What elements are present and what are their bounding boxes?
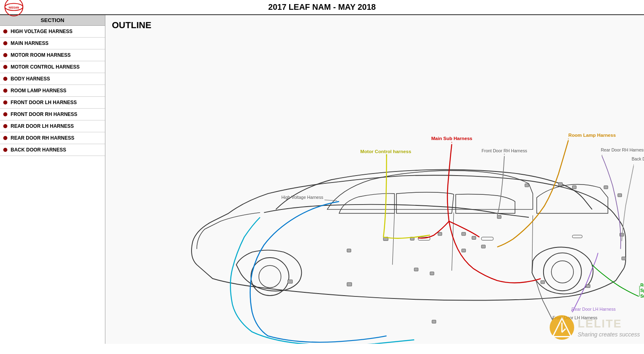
content-area: OUTLINE <box>105 15 644 344</box>
svg-rect-33 <box>472 236 476 240</box>
car-body <box>192 169 626 300</box>
svg-point-7 <box>259 265 281 287</box>
sidebar: SECTION HIGH VOLTAGE HARNESSMAIN HARNESS… <box>0 15 105 344</box>
sidebar-item-room-lamp[interactable]: ROOM LAMP HARNESS <box>0 85 105 97</box>
svg-rect-16 <box>461 249 466 252</box>
connectors <box>288 183 626 323</box>
main-sub-label: Main Sub Harness <box>431 136 472 143</box>
rear-door-rh-harness-wires <box>602 156 621 249</box>
svg-rect-27 <box>430 272 434 275</box>
svg-text:Speed Sensor: Speed Sensor <box>640 288 644 293</box>
sidebar-item-label: ROOM LAMP HARNESS <box>11 88 66 94</box>
sidebar-item-label: REAR DOOR RH HARNESS <box>11 135 74 141</box>
sidebar-item-label: HIGH VOLTAGE HARNESS <box>11 29 73 34</box>
sidebar-item-body[interactable]: BODY HARNESS <box>0 73 105 85</box>
svg-point-9 <box>551 261 573 283</box>
svg-text:Rear Door LH Harness: Rear Door LH Harness <box>572 307 616 312</box>
svg-rect-26 <box>541 281 545 284</box>
back-door-sub-label: Back Door Sub Harness <box>632 156 644 161</box>
svg-rect-24 <box>622 257 626 260</box>
header: NISSAN 2017 LEAF NAM - MAY 2018 <box>0 0 644 15</box>
sidebar-item-label: MOTOR ROOM HARNESS <box>11 52 71 58</box>
svg-rect-17 <box>497 215 501 218</box>
svg-text:Room Lamp Harness: Room Lamp Harness <box>568 132 616 138</box>
svg-text:Motor Control harness: Motor Control harness <box>360 149 411 154</box>
front-door-rh-label: Front Door RH Harness <box>481 148 527 155</box>
watermark-circle <box>550 315 574 340</box>
svg-text:Rear Door RH Harness: Rear Door RH Harness <box>601 147 644 152</box>
main-layout: SECTION HIGH VOLTAGE HARNESSMAIN HARNESS… <box>0 15 644 344</box>
outline-title: OUTLINE <box>105 15 644 31</box>
sidebar-item-rear-door-rh[interactable]: REAR DOOR RH HARNESS <box>0 132 105 144</box>
motor-room-harness-wires <box>230 217 414 344</box>
sidebar-dot <box>3 41 7 45</box>
svg-rect-20 <box>572 186 576 189</box>
sidebar-dot <box>3 77 7 81</box>
rear-door-lh-harness-wires <box>572 253 598 312</box>
svg-rect-15 <box>414 268 418 271</box>
svg-rect-21 <box>604 186 608 189</box>
watermark-brand-text: LELITE <box>577 317 640 330</box>
svg-rect-22 <box>618 194 622 197</box>
svg-text:NISSAN: NISSAN <box>9 6 19 9</box>
wiring-diagram-svg: High Voltage Harness Motor Control harne… <box>105 36 644 344</box>
sidebar-item-main[interactable]: MAIN HARNESS <box>0 38 105 49</box>
svg-text:Sub Harness: Sub Harness <box>640 294 644 298</box>
svg-rect-12 <box>572 235 582 238</box>
svg-rect-13 <box>288 280 293 283</box>
sidebar-item-label: MAIN HARNESS <box>11 40 49 46</box>
sidebar-item-rear-door-lh[interactable]: REAR DOOR LH HARNESS <box>0 120 105 132</box>
sidebar-dot <box>3 124 7 128</box>
svg-point-6 <box>251 258 289 296</box>
svg-rect-28 <box>432 320 436 323</box>
back-door-sub-harness-wires <box>622 166 633 241</box>
svg-text:High Voltage Harness: High Voltage Harness <box>281 195 323 200</box>
sidebar-item-high-voltage[interactable]: HIGH VOLTAGE HARNESS <box>0 26 105 38</box>
svg-rect-19 <box>559 183 563 186</box>
svg-rect-31 <box>438 232 442 236</box>
sidebar-item-front-door-rh[interactable]: FRONT DOOR RH HARNESS <box>0 109 105 120</box>
sidebar-dot <box>3 89 7 93</box>
svg-rect-14 <box>347 283 352 286</box>
page-title: 2017 LEAF NAM - MAY 2018 <box>268 2 376 12</box>
svg-line-36 <box>325 200 337 201</box>
sidebar-item-back-door[interactable]: BACK DOOR HARNESS <box>0 144 105 156</box>
svg-text:Main Sub Harness: Main Sub Harness <box>431 136 472 141</box>
sidebar-item-motor-control[interactable]: MOTOR CONTROL HARNESS <box>0 61 105 73</box>
sidebar-item-front-door-lh[interactable]: FRONT DOOR LH HARNESS <box>0 97 105 109</box>
svg-rect-11 <box>481 237 493 240</box>
diagram: High Voltage Harness Motor Control harne… <box>105 36 644 344</box>
sidebar-dot <box>3 148 7 152</box>
svg-rect-32 <box>461 232 466 236</box>
sidebar-item-label: BODY HARNESS <box>11 76 50 82</box>
svg-rect-18 <box>525 184 529 187</box>
svg-line-3 <box>392 214 394 265</box>
front-door-rh-harness-wires <box>497 156 504 215</box>
room-lamp-label: Room Lamp Harness <box>568 132 616 140</box>
svg-rect-25 <box>586 285 590 288</box>
svg-text:Back Door Sub Harness: Back Door Sub Harness <box>632 156 644 161</box>
svg-text:Rear Wheel: Rear Wheel <box>640 283 644 287</box>
sidebar-dot <box>3 29 7 33</box>
sidebar-item-label: MOTOR CONTROL HARNESS <box>11 64 80 70</box>
svg-line-4 <box>452 213 454 271</box>
sidebar-item-label: REAR DOOR LH HARNESS <box>11 123 74 129</box>
sidebar-item-label: BACK DOOR HARNESS <box>11 147 66 153</box>
watermark: LELITE Sharing creates success <box>550 315 640 340</box>
rear-door-lh-label: Rear Door LH Harness <box>572 307 616 312</box>
svg-point-8 <box>544 253 582 291</box>
svg-text:Front Door RH Harness: Front Door RH Harness <box>481 148 527 153</box>
sidebar-dot <box>3 53 7 57</box>
sidebar-item-label: FRONT DOOR LH HARNESS <box>11 100 77 105</box>
high-voltage-harness-wires <box>250 202 387 343</box>
motor-control-harness-wires <box>383 154 430 238</box>
svg-rect-35 <box>347 249 351 252</box>
sidebar-item-label: FRONT DOOR RH HARNESS <box>11 111 77 117</box>
motor-control-label: Motor Control harness <box>360 149 411 156</box>
sidebar-dot <box>3 65 7 69</box>
watermark-slogan: Sharing creates success <box>577 331 640 338</box>
rear-door-rh-label: Rear Door RH Harness <box>601 147 644 152</box>
sidebar-dot <box>3 136 7 140</box>
nissan-logo: NISSAN <box>4 0 25 18</box>
sidebar-item-motor-room[interactable]: MOTOR ROOM HARNESS <box>0 49 105 61</box>
